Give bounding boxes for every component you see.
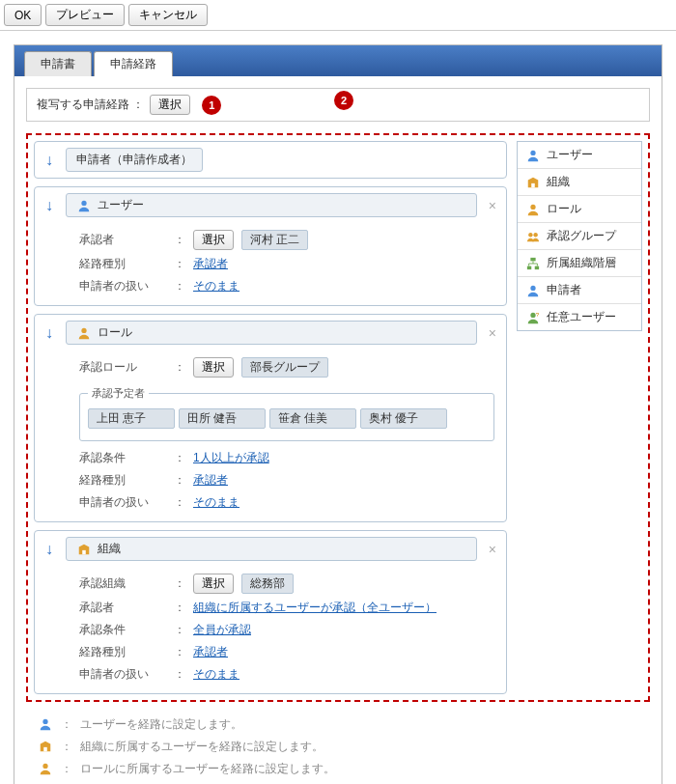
- arrow-down-icon: ↓: [41, 541, 58, 558]
- org-icon: [38, 739, 53, 754]
- svg-point-7: [533, 233, 537, 237]
- arrow-down-icon: ↓: [41, 152, 58, 169]
- field-label: 経路種別: [79, 256, 166, 272]
- role-icon: [38, 761, 53, 776]
- route-list: ↓ 申請者（申請作成者） ↓ ユーザー ×: [34, 141, 507, 694]
- condition-link[interactable]: 全員が承認: [193, 622, 251, 638]
- legend-text: ロールに所属するユーザーを経路に設定します。: [80, 761, 335, 777]
- svg-rect-10: [535, 266, 539, 269]
- sidebar-item[interactable]: ?任意ユーザー: [518, 304, 641, 330]
- main-panel: 申請書 申請経路 複写する申請経路 ： 選択 1 2 ↓ 申請者（申請作成者）: [14, 44, 662, 784]
- top-toolbar: OK プレビュー キャンセル: [0, 0, 676, 31]
- field-label: 承認組織: [79, 575, 166, 592]
- user-icon: [38, 716, 53, 732]
- route-block-title: 組織: [98, 541, 121, 557]
- fieldset-legend: 承認予定者: [88, 386, 149, 401]
- svg-point-14: [42, 719, 47, 724]
- approver-select-button[interactable]: 選択: [193, 230, 234, 250]
- group-icon: [525, 229, 541, 244]
- org-icon: [525, 175, 541, 190]
- role-icon: [76, 325, 92, 341]
- handling-link[interactable]: そのまま: [193, 278, 239, 294]
- approver-tag[interactable]: 河村 正二: [241, 230, 308, 250]
- anyuser-icon: ?: [525, 310, 541, 325]
- approver-name-tag: 田所 健吾: [179, 408, 266, 429]
- field-label: 申請者の扱い: [79, 278, 166, 294]
- svg-rect-4: [531, 182, 535, 186]
- approver-name-tag: 笹倉 佳美: [269, 408, 356, 429]
- close-icon[interactable]: ×: [485, 542, 500, 557]
- field-label: 承認者: [79, 600, 166, 616]
- svg-point-0: [81, 200, 86, 205]
- handling-link[interactable]: そのまま: [193, 494, 239, 511]
- condition-link[interactable]: 1人以上が承認: [193, 450, 269, 466]
- route-block-org: ↓ 組織 × 承認組織 ： 選択 総務部: [34, 530, 507, 694]
- sidebar-item[interactable]: 申請者: [518, 277, 641, 304]
- user-icon: [525, 148, 541, 163]
- route-canvas: ↓ 申請者（申請作成者） ↓ ユーザー ×: [26, 133, 650, 702]
- legend-row: ：ロールに所属するユーザーを経路に設定します。: [38, 758, 638, 780]
- legend-text: 組織に所属するユーザーを経路に設定します。: [80, 739, 324, 755]
- field-label: 承認ロール: [79, 359, 166, 376]
- sidebar-item[interactable]: ロール: [518, 196, 641, 223]
- handling-link[interactable]: そのまま: [193, 666, 239, 683]
- approver-link[interactable]: 組織に所属するユーザーが承認（全ユーザー）: [193, 600, 437, 616]
- approver-name-tag: 上田 恵子: [88, 408, 175, 429]
- route-block-applicant: ↓ 申請者（申請作成者）: [34, 141, 507, 179]
- sidebar-item-label: 所属組織階層: [547, 255, 616, 271]
- cancel-button[interactable]: キャンセル: [128, 4, 208, 26]
- callout-1: 1: [202, 96, 221, 115]
- ok-button[interactable]: OK: [4, 4, 42, 26]
- role-tag[interactable]: 部長グループ: [241, 357, 328, 378]
- route-block-role: ↓ ロール × 承認ロール ： 選択 部長グループ: [34, 314, 507, 522]
- sidebar-item-label: 承認グループ: [547, 228, 616, 244]
- org-select-button[interactable]: 選択: [193, 574, 234, 594]
- sidebar-item-label: ロール: [547, 201, 581, 217]
- user-icon: [76, 198, 92, 213]
- tab-route[interactable]: 申請経路: [94, 51, 173, 76]
- sidebar-item[interactable]: ユーザー: [518, 142, 641, 169]
- org-tag[interactable]: 総務部: [241, 574, 294, 594]
- tab-form[interactable]: 申請書: [24, 51, 92, 76]
- field-label: 承認者: [79, 232, 166, 248]
- sidebar-item[interactable]: 組織: [518, 169, 641, 196]
- sidebar-item[interactable]: 所属組織階層: [518, 250, 641, 277]
- svg-point-6: [528, 233, 532, 237]
- svg-rect-8: [530, 257, 535, 261]
- route-type-link[interactable]: 承認者: [193, 256, 228, 272]
- route-type-link[interactable]: 承認者: [193, 644, 228, 660]
- svg-text:?: ?: [536, 311, 540, 318]
- field-label: 経路種別: [79, 472, 166, 489]
- approver-name-tag: 奥村 優子: [360, 408, 447, 429]
- field-label: 承認条件: [79, 450, 166, 466]
- applicant-title: 申請者（申請作成者）: [76, 152, 192, 168]
- role-select-button[interactable]: 選択: [193, 357, 234, 378]
- close-icon[interactable]: ×: [485, 325, 500, 341]
- role-icon: [525, 202, 541, 217]
- field-label: 承認条件: [79, 622, 166, 638]
- sidebar: ユーザー組織ロール承認グループ所属組織階層申請者?任意ユーザー: [517, 141, 642, 694]
- legend-row: ：ユーザーを経路に設定します。: [38, 714, 638, 736]
- preview-button[interactable]: プレビュー: [45, 4, 125, 26]
- svg-rect-15: [43, 747, 47, 751]
- arrow-down-icon: ↓: [41, 197, 58, 214]
- copy-route-select-button[interactable]: 選択: [150, 95, 190, 115]
- svg-rect-2: [82, 549, 86, 553]
- hier-icon: [525, 256, 541, 271]
- route-block-title: ユーザー: [98, 197, 144, 213]
- field-label: 経路種別: [79, 644, 166, 660]
- route-block-title: ロール: [98, 324, 132, 341]
- sidebar-item[interactable]: 承認グループ: [518, 223, 641, 250]
- copy-route-row: 複写する申請経路 ： 選択 1 2: [26, 88, 650, 122]
- sidebar-item-label: 組織: [547, 174, 570, 190]
- svg-point-3: [530, 150, 535, 154]
- sidebar-item-label: 任意ユーザー: [547, 309, 616, 325]
- close-icon[interactable]: ×: [485, 198, 500, 213]
- sidebar-item-label: 申請者: [547, 282, 581, 298]
- callout-2: 2: [334, 91, 353, 110]
- field-label: 申請者の扱い: [79, 494, 166, 511]
- sidebar-item-label: ユーザー: [547, 147, 593, 163]
- svg-point-11: [530, 285, 535, 290]
- route-block-user: ↓ ユーザー × 承認者 ： 選択 河村 正二: [34, 186, 507, 306]
- route-type-link[interactable]: 承認者: [193, 472, 228, 489]
